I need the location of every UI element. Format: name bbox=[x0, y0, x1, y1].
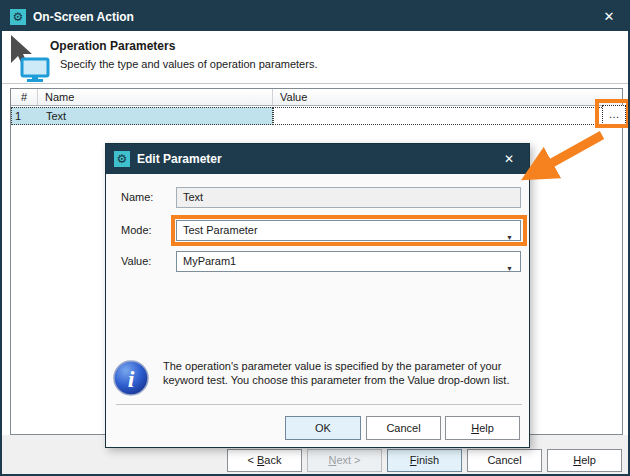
edit-parameter-dialog: ⚙ Edit Parameter ✕ Name: Text Mode: Test… bbox=[105, 143, 530, 448]
value-dropdown-value: MyParam1 bbox=[183, 255, 236, 267]
column-header-value[interactable]: Value bbox=[273, 89, 622, 105]
dialog-titlebar: ⚙ Edit Parameter ✕ bbox=[106, 144, 529, 174]
selected-row-cells[interactable]: 1 Text bbox=[11, 107, 273, 125]
window-close-icon[interactable]: ✕ bbox=[600, 8, 618, 26]
next-label-post: ext > bbox=[336, 454, 360, 466]
window-titlebar: ⚙ On-Screen Action ✕ bbox=[2, 2, 628, 31]
dialog-close-icon[interactable]: ✕ bbox=[501, 151, 517, 167]
mode-field-label: Mode: bbox=[121, 224, 152, 236]
dialog-cancel-button[interactable]: Cancel bbox=[366, 416, 441, 440]
mode-dropdown[interactable]: Test Parameter ▼ bbox=[176, 220, 521, 241]
help-label-post: elp bbox=[581, 454, 596, 466]
column-header-name[interactable]: Name bbox=[38, 89, 273, 105]
table-header-row: # Name Value bbox=[11, 89, 622, 106]
help-button[interactable]: Help bbox=[547, 449, 622, 472]
back-label-post: ack bbox=[264, 454, 281, 466]
window-title: On-Screen Action bbox=[33, 10, 134, 24]
onscreen-action-cursor-monitor-icon bbox=[5, 33, 51, 85]
help-label-key: H bbox=[573, 454, 581, 466]
page-subtitle: Specify the type and values of operation… bbox=[60, 58, 317, 70]
dialog-help-key: H bbox=[471, 422, 479, 434]
row-name-cell: Text bbox=[38, 110, 66, 122]
page-title: Operation Parameters bbox=[50, 39, 175, 53]
finish-button[interactable]: Finish bbox=[387, 449, 462, 472]
svg-text:i: i bbox=[128, 366, 135, 392]
column-header-num[interactable]: # bbox=[11, 89, 38, 105]
row-value-cell[interactable] bbox=[273, 107, 622, 125]
wizard-header: Operation Parameters Specify the type an… bbox=[2, 31, 628, 84]
info-message: The operation's parameter value is speci… bbox=[163, 359, 528, 387]
dialog-title: Edit Parameter bbox=[137, 152, 222, 166]
info-icon: i bbox=[112, 359, 150, 399]
name-field: Text bbox=[176, 187, 521, 208]
dialog-gear-icon: ⚙ bbox=[114, 151, 130, 167]
finish-label-post: inish bbox=[417, 454, 440, 466]
row-number-cell: 1 bbox=[11, 110, 38, 122]
on-screen-action-window: ⚙ On-Screen Action ✕ Operation Parameter… bbox=[0, 0, 630, 476]
value-dropdown[interactable]: MyParam1 ▼ bbox=[176, 251, 521, 272]
name-field-label: Name: bbox=[121, 191, 153, 203]
next-button: Next > bbox=[307, 449, 382, 472]
dialog-help-button[interactable]: Help bbox=[445, 416, 520, 440]
value-ellipsis-button[interactable]: … bbox=[602, 105, 626, 125]
dialog-help-post: elp bbox=[479, 422, 494, 434]
cancel-button[interactable]: Cancel bbox=[467, 449, 542, 472]
ok-button[interactable]: OK bbox=[285, 416, 361, 440]
chevron-down-icon[interactable]: ▼ bbox=[506, 259, 513, 278]
dialog-separator bbox=[116, 404, 522, 405]
mode-dropdown-value: Test Parameter bbox=[183, 224, 258, 236]
value-field-label: Value: bbox=[121, 255, 151, 267]
back-label-pre: < bbox=[248, 454, 257, 466]
app-gear-icon: ⚙ bbox=[10, 9, 26, 25]
finish-label-key: F bbox=[410, 454, 417, 466]
table-row[interactable]: 1 Text bbox=[11, 107, 622, 125]
chevron-down-icon[interactable]: ▼ bbox=[506, 228, 513, 247]
back-button[interactable]: < Back bbox=[227, 449, 302, 472]
